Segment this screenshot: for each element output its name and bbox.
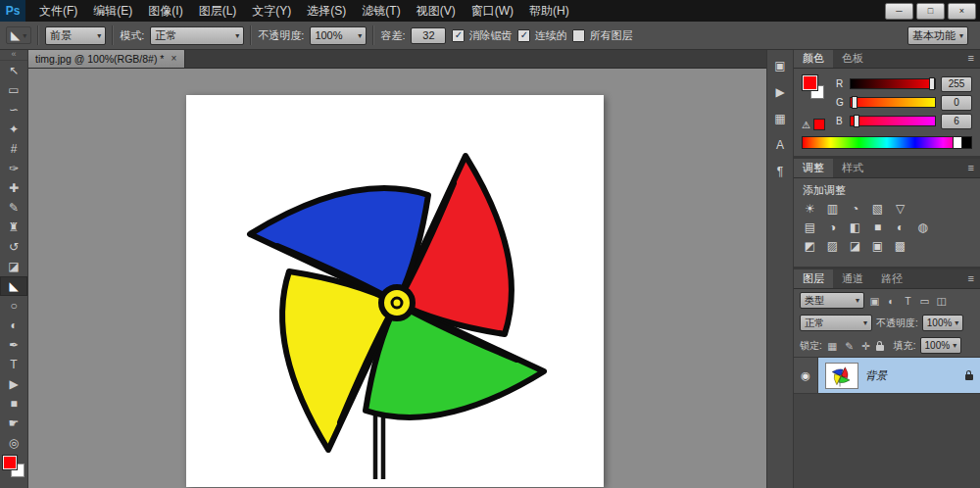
adjustment-icon[interactable]: ◐ bbox=[893, 221, 907, 234]
menu-file[interactable]: 文件(F) bbox=[31, 0, 85, 22]
adjustment-icon[interactable]: ▧ bbox=[870, 203, 885, 216]
layer-thumbnail[interactable] bbox=[825, 363, 858, 389]
adjustment-icon[interactable]: ▥ bbox=[825, 203, 840, 216]
adjustment-icon[interactable]: ▨ bbox=[825, 240, 840, 253]
contiguous-checkbox[interactable]: ✓ 连续的 bbox=[517, 28, 566, 43]
menu-layer[interactable]: 图层(L) bbox=[191, 0, 245, 22]
canvas-area[interactable] bbox=[27, 68, 768, 488]
blue-value[interactable]: 6 bbox=[941, 114, 972, 129]
blend-mode-select[interactable]: 正常 ▾ bbox=[800, 315, 872, 331]
paint-bucket-tool[interactable]: ◣ bbox=[0, 276, 27, 296]
brush-tool[interactable]: ✎ bbox=[0, 198, 27, 218]
tab-channels[interactable]: 通道 bbox=[833, 269, 872, 288]
layer-filter-select[interactable]: 类型 ▾ bbox=[800, 292, 864, 309]
slider-knob[interactable] bbox=[852, 96, 858, 109]
adjustment-icon[interactable]: ☀ bbox=[803, 203, 817, 216]
close-button[interactable]: × bbox=[948, 3, 976, 20]
adjustment-icon[interactable]: ▽ bbox=[893, 203, 907, 216]
clone-stamp-tool[interactable]: ♜ bbox=[0, 218, 27, 237]
filter-type-icon[interactable]: T bbox=[902, 295, 914, 307]
menu-help[interactable]: 帮助(H) bbox=[521, 0, 577, 22]
antialias-checkbox[interactable]: ✓ 消除锯齿 bbox=[452, 28, 512, 43]
black-swatch[interactable] bbox=[961, 137, 971, 148]
adjustment-icon[interactable]: ◔ bbox=[848, 203, 862, 216]
fill-select[interactable]: 100% ▾ bbox=[920, 337, 962, 354]
red-slider[interactable] bbox=[850, 78, 936, 89]
layer-visibility-toggle[interactable]: ◉ bbox=[794, 358, 818, 393]
filter-adjustment-icon[interactable]: ◐ bbox=[885, 295, 898, 307]
menu-edit[interactable]: 编辑(E) bbox=[85, 0, 140, 22]
tab-styles[interactable]: 样式 bbox=[833, 159, 872, 177]
properties-panel-icon[interactable]: ▦ bbox=[769, 110, 791, 127]
panel-menu-icon[interactable]: ≡ bbox=[968, 159, 980, 177]
tab-swatches[interactable]: 色板 bbox=[833, 49, 872, 68]
adjustment-icon[interactable]: ■ bbox=[870, 221, 885, 234]
gamut-warning-icon[interactable]: ⚠ bbox=[802, 120, 810, 130]
shape-tool[interactable]: ■ bbox=[0, 394, 27, 414]
color-swatches-widget[interactable] bbox=[802, 74, 825, 100]
all-layers-checkbox[interactable]: 所有图层 bbox=[572, 28, 632, 43]
menu-type[interactable]: 文字(Y) bbox=[244, 0, 299, 22]
tool-preset-picker[interactable]: ◣ ▾ bbox=[6, 26, 31, 44]
layer-selected-area[interactable]: 背景 bbox=[818, 358, 980, 393]
lock-position-icon[interactable]: ✛ bbox=[859, 340, 872, 352]
adjustment-icon[interactable]: ▣ bbox=[870, 240, 885, 253]
adjustment-icon[interactable]: ◩ bbox=[803, 240, 817, 253]
tab-paths[interactable]: 路径 bbox=[872, 269, 911, 288]
workspace-switcher[interactable]: 基本功能 ▾ bbox=[907, 26, 968, 45]
quick-selection-tool[interactable]: ✦ bbox=[0, 120, 27, 139]
pen-tool[interactable]: ✒ bbox=[0, 335, 27, 355]
adjustment-icon[interactable]: ◪ bbox=[848, 240, 862, 253]
minimize-button[interactable]: ─ bbox=[885, 3, 913, 20]
filter-smart-object-icon[interactable]: ◫ bbox=[935, 295, 948, 307]
red-value[interactable]: 255 bbox=[941, 76, 972, 92]
zoom-tool[interactable]: ◎ bbox=[0, 433, 27, 453]
slider-knob[interactable] bbox=[854, 115, 859, 127]
mode-select[interactable]: 正常 ▾ bbox=[150, 26, 244, 45]
lock-all-icon[interactable] bbox=[876, 345, 884, 351]
tab-layers[interactable]: 图层 bbox=[794, 269, 833, 288]
menu-image[interactable]: 图像(I) bbox=[140, 0, 190, 22]
move-tool[interactable]: ↖ bbox=[0, 61, 27, 80]
history-panel-icon[interactable]: ▣ bbox=[769, 57, 791, 74]
toolbar-collapse-icon[interactable]: « bbox=[0, 49, 27, 61]
tolerance-input[interactable]: 32 bbox=[411, 27, 446, 44]
green-value[interactable]: 0 bbox=[941, 95, 972, 111]
tab-color[interactable]: 颜色 bbox=[794, 49, 833, 68]
foreground-background-swatches[interactable] bbox=[3, 456, 24, 477]
panel-menu-icon[interactable]: ≡ bbox=[968, 49, 980, 68]
green-slider[interactable] bbox=[850, 97, 936, 108]
layer-opacity-select[interactable]: 100% ▾ bbox=[922, 315, 964, 331]
eraser-tool[interactable]: ◪ bbox=[0, 257, 27, 276]
adjustment-icon[interactable]: ▤ bbox=[803, 221, 817, 234]
filter-pixel-icon[interactable]: ▣ bbox=[868, 295, 881, 307]
path-selection-tool[interactable]: ▶ bbox=[0, 374, 27, 394]
maximize-button[interactable]: □ bbox=[916, 3, 945, 20]
dodge-tool[interactable]: ◐ bbox=[0, 316, 27, 335]
lock-pixels-icon[interactable]: ✎ bbox=[843, 340, 856, 352]
type-tool[interactable]: T bbox=[0, 355, 27, 374]
marquee-tool[interactable]: ▭ bbox=[0, 80, 27, 100]
menu-filter[interactable]: 滤镜(T) bbox=[354, 0, 408, 22]
color-spectrum-bar[interactable] bbox=[802, 136, 972, 149]
healing-brush-tool[interactable]: ✚ bbox=[0, 178, 27, 198]
adjustment-icon[interactable]: ◑ bbox=[825, 221, 840, 234]
paragraph-panel-icon[interactable]: ¶ bbox=[769, 163, 791, 180]
slider-knob[interactable] bbox=[929, 77, 935, 90]
history-brush-tool[interactable]: ↺ bbox=[0, 237, 27, 257]
document-tab[interactable]: timg.jpg @ 100%(RGB/8#) * × bbox=[27, 49, 185, 68]
hand-tool[interactable]: ☛ bbox=[0, 414, 27, 433]
image-canvas[interactable] bbox=[186, 95, 604, 487]
crop-tool[interactable]: # bbox=[0, 139, 27, 159]
actions-panel-icon[interactable]: ▶ bbox=[769, 83, 791, 101]
gamut-color-swatch[interactable] bbox=[813, 119, 825, 130]
menu-window[interactable]: 窗口(W) bbox=[464, 0, 521, 22]
tab-adjustments[interactable]: 调整 bbox=[794, 159, 833, 177]
menu-select[interactable]: 选择(S) bbox=[299, 0, 354, 22]
filter-shape-icon[interactable]: ▭ bbox=[918, 295, 931, 307]
foreground-color-swatch[interactable] bbox=[803, 75, 817, 90]
lock-transparency-icon[interactable]: ▦ bbox=[826, 340, 839, 352]
blue-slider[interactable] bbox=[850, 116, 936, 126]
layer-row-background[interactable]: ◉ 背景 bbox=[794, 358, 980, 394]
opacity-select[interactable]: 100% ▾ bbox=[310, 26, 367, 45]
